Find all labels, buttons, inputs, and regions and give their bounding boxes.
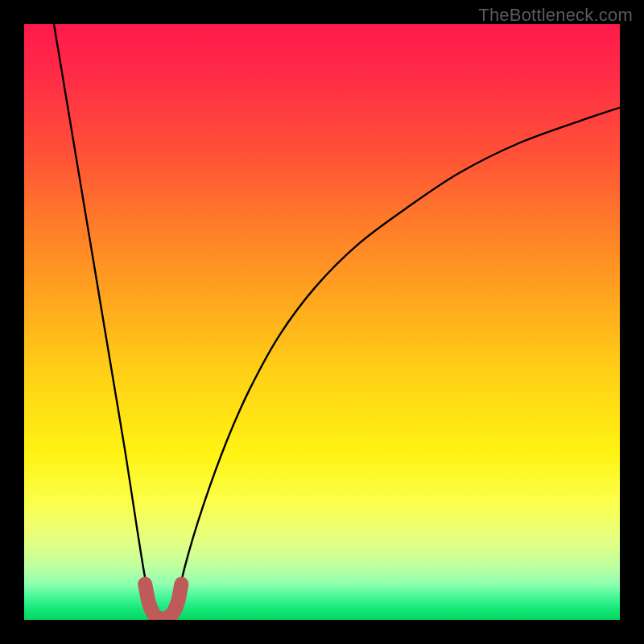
curve-layer — [24, 24, 620, 620]
plot-area — [24, 24, 620, 620]
chart-container: TheBottleneck.com — [0, 0, 644, 644]
left-branch-curve — [54, 24, 155, 620]
right-branch-curve — [173, 108, 620, 620]
watermark-text: TheBottleneck.com — [478, 5, 633, 26]
trough-marker — [145, 584, 181, 619]
